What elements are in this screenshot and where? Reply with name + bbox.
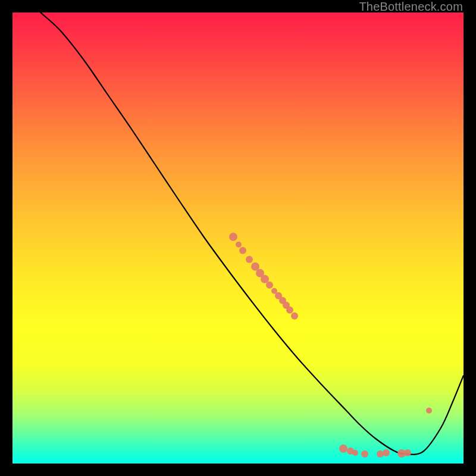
data-point (383, 449, 390, 456)
data-point (286, 306, 293, 314)
data-point (426, 408, 432, 414)
chart-container: TheBottleneck.com (0, 0, 476, 476)
data-point (404, 449, 411, 456)
curve-line (40, 12, 464, 455)
data-point (291, 312, 298, 320)
data-point (229, 233, 237, 241)
attribution-text: TheBottleneck.com (359, 0, 463, 14)
data-point (266, 281, 273, 289)
data-point (352, 450, 358, 456)
data-point (246, 256, 253, 263)
data-point (236, 242, 242, 248)
plot-area (12, 12, 464, 464)
data-point (339, 444, 347, 453)
chart-svg (12, 12, 464, 464)
data-point (361, 450, 368, 458)
data-point (239, 247, 246, 254)
data-points (229, 233, 432, 458)
data-point (377, 450, 384, 458)
